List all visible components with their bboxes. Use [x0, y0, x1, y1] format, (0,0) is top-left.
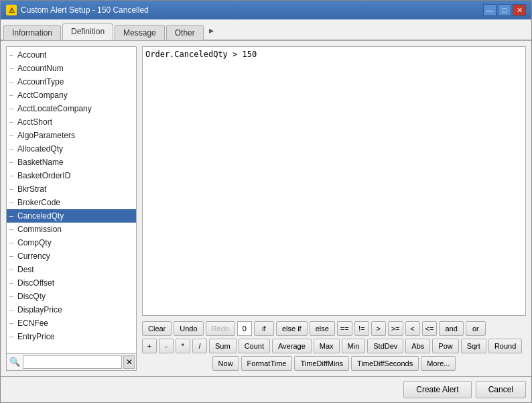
expression-text: Order.CanceledQty > 150	[145, 50, 257, 59]
divide-button[interactable]: /	[192, 339, 207, 353]
main-window: ⚠ Custom Alert Setup - 150 Cancelled — □…	[0, 0, 532, 403]
toolbar-row-2: + - * / Sum Count Average Max Min StdDev…	[142, 339, 526, 353]
search-icon: 🔍	[8, 355, 21, 369]
field-item-currency[interactable]: Currency	[7, 249, 136, 263]
if-button[interactable]: if	[254, 321, 274, 336]
lt-button[interactable]: <	[405, 321, 420, 336]
field-item-discoffset[interactable]: DiscOffset	[7, 276, 136, 290]
gt-button[interactable]: >	[371, 321, 386, 336]
redo-counter: 0	[237, 321, 252, 336]
field-item-discqty[interactable]: DiscQty	[7, 290, 136, 303]
or-button[interactable]: or	[466, 321, 486, 336]
left-panel: Account AccountNum AccountType AcctCompa…	[6, 46, 137, 371]
format-time-button[interactable]: FormatTime	[241, 356, 293, 371]
field-item-basketname[interactable]: BasketName	[7, 156, 136, 169]
more-button[interactable]: More...	[421, 356, 456, 371]
max-button[interactable]: Max	[314, 339, 340, 353]
toolbar-row-3: Now FormatTime TimeDiffMins TimeDiffSeco…	[142, 356, 526, 371]
expression-area[interactable]: Order.CanceledQty > 150	[142, 46, 526, 316]
ne-button[interactable]: !=	[354, 321, 369, 336]
round-button[interactable]: Round	[488, 339, 522, 353]
field-item-bkrstrat[interactable]: BkrStrat	[7, 182, 136, 196]
bottom-bar: Create Alert Cancel	[1, 376, 531, 402]
time-diff-mins-button[interactable]: TimeDiffMins	[294, 356, 349, 371]
now-button[interactable]: Now	[212, 356, 239, 371]
title-controls: — □ ✕	[483, 4, 526, 16]
tab-definition[interactable]: Definition	[62, 23, 113, 40]
cancel-button[interactable]: Cancel	[476, 381, 526, 398]
field-item-accounttype[interactable]: AccountType	[7, 75, 136, 89]
eq-button[interactable]: ==	[337, 321, 352, 336]
else-button[interactable]: else	[310, 321, 335, 336]
toolbar-area: Clear Undo Redo 0 if else if else == != …	[142, 321, 526, 371]
field-item-displayprice[interactable]: DisplayPrice	[7, 303, 136, 316]
average-button[interactable]: Average	[272, 339, 312, 353]
min-button[interactable]: Min	[342, 339, 366, 353]
sum-button[interactable]: Sum	[209, 339, 237, 353]
field-item-basketorderid[interactable]: BasketOrderID	[7, 169, 136, 182]
field-item-acctcompany[interactable]: AcctCompany	[7, 89, 136, 102]
search-bar: 🔍 ✕	[7, 353, 136, 370]
field-item-ecnfee[interactable]: ECNFee	[7, 316, 136, 330]
field-list: Account AccountNum AccountType AcctCompa…	[7, 47, 136, 353]
title-bar: ⚠ Custom Alert Setup - 150 Cancelled — □…	[1, 1, 531, 19]
window-icon: ⚠	[6, 5, 17, 15]
field-item-canceledqty[interactable]: CanceledQty	[7, 209, 136, 223]
multiply-button[interactable]: *	[176, 339, 190, 353]
maximize-button[interactable]: □	[498, 4, 511, 16]
tab-other[interactable]: Other	[166, 25, 204, 40]
tab-bar: Information Definition Message Other ▸	[1, 19, 531, 41]
field-item-brokercode[interactable]: BrokerCode	[7, 196, 136, 209]
plus-button[interactable]: +	[142, 339, 157, 353]
field-item-allocatedqty[interactable]: AllocatedQty	[7, 142, 136, 156]
field-item-acctlocatecompany[interactable]: AcctLocateCompany	[7, 102, 136, 115]
and-button[interactable]: and	[439, 321, 463, 336]
field-item-entryprice[interactable]: EntryPrice	[7, 330, 136, 343]
stddev-button[interactable]: StdDev	[367, 339, 403, 353]
field-item-compqty[interactable]: CompQty	[7, 236, 136, 249]
else-if-button[interactable]: else if	[276, 321, 308, 336]
minimize-button[interactable]: —	[483, 4, 496, 16]
field-item-acctshort[interactable]: AcctShort	[7, 115, 136, 129]
field-item-algoparameters[interactable]: AlgoParameters	[7, 129, 136, 142]
close-button[interactable]: ✕	[513, 4, 526, 16]
search-clear-button[interactable]: ✕	[123, 355, 135, 369]
search-input[interactable]	[23, 355, 122, 369]
undo-button[interactable]: Undo	[174, 321, 203, 336]
tab-scroll-arrow[interactable]: ▸	[205, 22, 218, 38]
pow-button[interactable]: Pow	[432, 339, 458, 353]
field-item-commission[interactable]: Commission	[7, 223, 136, 236]
sqrt-button[interactable]: Sqrt	[461, 339, 486, 353]
gte-button[interactable]: >=	[388, 321, 403, 336]
tab-message[interactable]: Message	[115, 25, 165, 40]
count-button[interactable]: Count	[239, 339, 270, 353]
minus-button[interactable]: -	[159, 339, 174, 353]
field-list-container: Account AccountNum AccountType AcctCompa…	[6, 46, 137, 371]
tab-information[interactable]: Information	[3, 25, 61, 40]
redo-button[interactable]: Redo	[206, 321, 235, 336]
right-panel: Order.CanceledQty > 150 Clear Undo Redo …	[142, 46, 526, 371]
window-title: Custom Alert Setup - 150 Cancelled	[21, 5, 149, 15]
title-bar-left: ⚠ Custom Alert Setup - 150 Cancelled	[6, 5, 149, 15]
field-item-accountnum[interactable]: AccountNum	[7, 62, 136, 75]
toolbar-row-1: Clear Undo Redo 0 if else if else == != …	[142, 321, 526, 336]
abs-button[interactable]: Abs	[405, 339, 430, 353]
time-diff-seconds-button[interactable]: TimeDiffSeconds	[351, 356, 419, 371]
lte-button[interactable]: <=	[422, 321, 438, 336]
create-alert-button[interactable]: Create Alert	[403, 381, 471, 398]
field-item-dest[interactable]: Dest	[7, 263, 136, 276]
content-area: Account AccountNum AccountType AcctCompa…	[1, 41, 531, 376]
field-item-account[interactable]: Account	[7, 48, 136, 62]
clear-button[interactable]: Clear	[142, 321, 172, 336]
